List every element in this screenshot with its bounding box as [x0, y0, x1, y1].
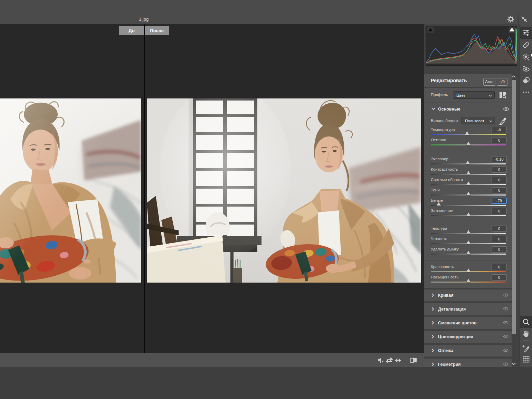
camera-raw-dialog: { "titlebar": {"filename": "1.jpg"}, "vi…	[0, 0, 532, 399]
slider-thumb[interactable]	[465, 131, 469, 135]
slider-thumb[interactable]	[466, 240, 471, 244]
slider-thumb[interactable]	[466, 142, 471, 145]
slider-track[interactable]	[431, 205, 506, 206]
before-after-divider	[144, 24, 145, 353]
section-curve[interactable]: Кривая	[424, 289, 512, 301]
slider-thumb[interactable]	[466, 230, 471, 234]
gear-icon[interactable]	[507, 15, 515, 23]
slider-value-input[interactable]: 0	[492, 208, 507, 214]
slider-track[interactable]	[431, 271, 506, 272]
slider-thumb[interactable]	[466, 192, 471, 195]
group-divider	[424, 152, 512, 152]
scroll-up-icon[interactable]	[511, 75, 516, 78]
healing-brush-icon[interactable]	[522, 41, 530, 49]
copy-settings-icon[interactable]	[394, 357, 402, 364]
section-color-mixer[interactable]: Смешение цветов	[424, 317, 512, 329]
slider-track[interactable]	[431, 163, 506, 164]
eye-icon[interactable]	[503, 321, 509, 325]
slider-track[interactable]	[431, 254, 506, 255]
swap-before-after-icon[interactable]	[386, 357, 393, 364]
eye-icon[interactable]	[503, 107, 509, 111]
slider-clarity: Четкость 0	[424, 236, 512, 246]
slider-thumb[interactable]	[437, 202, 441, 206]
hand-tool-icon[interactable]	[522, 330, 530, 338]
white-balance-dropdown[interactable]: Пользоват...	[462, 117, 495, 124]
section-optics[interactable]: Оптика	[424, 345, 512, 357]
slider-track[interactable]	[431, 282, 506, 283]
presets-icon[interactable]	[522, 76, 530, 85]
slider-track[interactable]	[431, 215, 506, 216]
scrollbar-thumb[interactable]	[512, 80, 516, 334]
slider-thumb[interactable]	[466, 181, 471, 185]
before-after-view-icon[interactable]	[377, 357, 384, 364]
collapse-window-icon[interactable]	[521, 16, 528, 22]
slider-value-input-focused[interactable]: -79	[492, 198, 507, 204]
topbar-separator	[518, 13, 519, 24]
slider-track[interactable]	[431, 233, 506, 234]
section-detail[interactable]: Детализация	[424, 303, 512, 315]
tool-strip	[520, 24, 532, 367]
split-view-icon[interactable]	[410, 357, 417, 364]
profile-browser-icon[interactable]	[499, 91, 506, 99]
slider-track[interactable]	[431, 194, 506, 196]
eye-icon[interactable]	[503, 362, 509, 366]
slider-label: Экспонир	[431, 157, 448, 161]
slider-track[interactable]	[431, 243, 506, 244]
profile-dropdown[interactable]: Цвет	[453, 91, 495, 99]
slider-value-input[interactable]: 0	[492, 187, 507, 193]
section-geometry[interactable]: Геометрия	[424, 359, 512, 367]
edit-sliders-icon[interactable]	[522, 29, 530, 37]
slider-value-input[interactable]: -0.10	[492, 156, 507, 162]
slider-thumb[interactable]	[466, 171, 471, 174]
slider-whites: Белые -79	[424, 198, 512, 208]
slider-thumb[interactable]	[466, 212, 471, 216]
slider-vibrance: Красочность 0	[424, 264, 512, 274]
group-divider	[424, 222, 512, 222]
eye-icon[interactable]	[503, 307, 509, 311]
black-white-button[interactable]: ч/б	[497, 78, 507, 86]
slider-value-input[interactable]: 0	[492, 167, 507, 173]
histogram[interactable]	[426, 26, 517, 66]
grid-overlay-icon[interactable]	[522, 355, 530, 363]
slider-label: Затемнение	[431, 209, 453, 213]
slider-value-input[interactable]: 0	[492, 264, 507, 270]
eye-icon[interactable]	[503, 293, 509, 297]
scroll-down-icon[interactable]	[511, 362, 516, 365]
slider-track[interactable]	[431, 134, 506, 135]
slider-thumb[interactable]	[466, 161, 470, 164]
eye-icon[interactable]	[503, 348, 509, 352]
preview-canvas[interactable]: До После	[0, 24, 424, 353]
red-eye-icon[interactable]	[522, 65, 530, 73]
slider-value-input[interactable]: 0	[492, 137, 507, 143]
masking-icon[interactable]	[522, 53, 530, 61]
slider-value-input[interactable]: 0	[492, 226, 507, 232]
auto-button[interactable]: Авто	[483, 78, 495, 86]
slider-track[interactable]	[431, 184, 506, 185]
color-sampler-icon[interactable]	[522, 344, 530, 352]
toolbar-separator	[405, 356, 405, 365]
zoom-tool-icon[interactable]	[522, 318, 530, 326]
slider-thumb[interactable]	[466, 279, 471, 282]
after-photo[interactable]	[147, 98, 421, 283]
edit-panel: Редактировать Авто ч/б Профиль Цвет Осно…	[424, 24, 520, 367]
slider-track[interactable]	[431, 144, 506, 145]
slider-track[interactable]	[431, 174, 506, 175]
white-balance-label: Баланс белого	[431, 118, 458, 123]
white-balance-eyedropper-icon[interactable]	[499, 116, 506, 125]
slider-thumb[interactable]	[466, 251, 471, 254]
eye-icon[interactable]	[503, 334, 509, 339]
basic-section-header[interactable]: Основные	[424, 103, 512, 115]
slider-value-input[interactable]: -8	[492, 127, 507, 133]
slider-value-input[interactable]: 0	[492, 236, 507, 242]
more-options-icon[interactable]	[522, 88, 530, 96]
tab-before[interactable]: До	[119, 26, 144, 35]
tab-after[interactable]: После	[145, 26, 169, 35]
slider-value-input[interactable]: 0	[492, 274, 507, 281]
slider-thumb[interactable]	[466, 268, 471, 272]
before-photo[interactable]	[0, 98, 141, 283]
chevron-right-icon	[431, 335, 434, 339]
slider-value-input[interactable]: 0	[492, 177, 507, 183]
profile-row: Профиль Цвет	[424, 88, 512, 103]
section-color-grading[interactable]: Цветокоррекция	[424, 331, 512, 343]
slider-value-input[interactable]: 0	[492, 246, 507, 253]
